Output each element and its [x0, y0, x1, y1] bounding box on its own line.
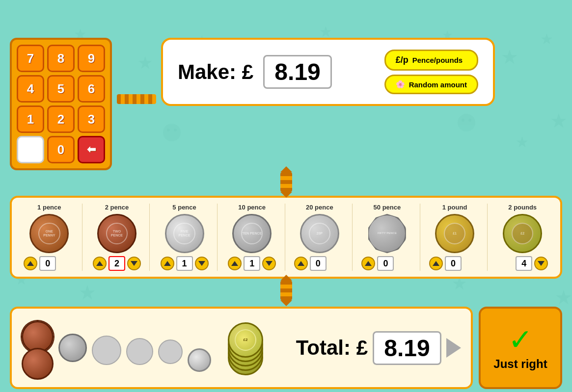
coin-img-50p[interactable]: FIFTY PENCE — [367, 214, 407, 253]
total-label: Total: £ — [296, 336, 368, 360]
10p-coin-display — [58, 334, 87, 362]
coin-label-2lb: 2 pounds — [508, 204, 537, 211]
stepper-50p-up[interactable] — [361, 257, 375, 270]
stepper-val-20p: 0 — [310, 256, 327, 271]
num-empty — [17, 136, 44, 163]
pound-icon: £ — [324, 10, 329, 21]
stepper-20p-up[interactable] — [294, 257, 308, 270]
5p-coin-display — [188, 348, 211, 372]
stepper-val-50p: 0 — [377, 256, 394, 271]
stepper-val-1p: 0 — [39, 256, 56, 271]
coin-label-20p: 20 pence — [306, 204, 333, 211]
num-4-button[interactable]: 4 — [17, 75, 44, 103]
bottom-section: £2 Total: £ 8.19 ✓ Just right — [10, 307, 562, 389]
stepper-5p-up[interactable] — [161, 257, 174, 270]
coin-col-1lb: 1 pound £1 0 — [422, 204, 488, 271]
2p-coin-2 — [22, 348, 54, 380]
stepper-val-1lb: 0 — [445, 256, 462, 271]
dollar-icon: $ — [414, 10, 420, 21]
currency-eu-button[interactable]: € European euros & cents — [491, 3, 567, 27]
coin-img-2lb[interactable]: £2 — [503, 214, 542, 253]
coins-panel: 1 pence ONE PENNY 0 2 pence TWO PENCE — [10, 196, 562, 279]
random-label: Random amount — [409, 80, 467, 89]
stepper-val-2lb: 4 — [516, 256, 532, 271]
top-bar: Money addition 🔄 Reset 🔤 Mode £ United K… — [0, 0, 572, 30]
stepper-10p-up[interactable] — [228, 257, 242, 270]
num-7-button[interactable]: 7 — [17, 45, 44, 72]
coin-col-5p: 5 pence FIVE PENCE 1 — [152, 204, 218, 271]
coin-img-10p[interactable]: TEN PENCE — [232, 214, 272, 253]
checkmark-icon: ✓ — [508, 325, 533, 355]
flower-icon: 🌸 — [396, 80, 405, 89]
section-connector-top — [10, 174, 562, 192]
num-3-button[interactable]: 3 — [78, 105, 105, 133]
stepper-10p: 1 — [228, 256, 276, 271]
coin-label-1p: 1 pence — [37, 204, 61, 211]
just-right-text: Just right — [493, 357, 547, 371]
stepper-50p: 0 — [361, 256, 412, 271]
empty-slot-3 — [158, 340, 183, 364]
stepper-1lb-up[interactable] — [429, 257, 443, 270]
stepper-20p: 0 — [294, 256, 345, 271]
num-9-button[interactable]: 9 — [78, 45, 105, 72]
coin-img-1lb[interactable]: £1 — [435, 214, 474, 253]
coin-col-1p: 1 pence ONE PENNY 0 — [17, 204, 82, 271]
coin-label-50p: 50 pence — [374, 204, 401, 211]
stepper-2p-up[interactable] — [93, 257, 107, 270]
num-2-button[interactable]: 2 — [47, 105, 75, 133]
num-5-button[interactable]: 5 — [47, 75, 75, 103]
currency-aus-button[interactable]: $ Australian dollars & cents — [405, 3, 486, 27]
total-value: 8.19 — [373, 331, 441, 365]
app-title: Money addition — [5, 6, 120, 25]
stepper-1lb: 0 — [429, 256, 480, 271]
pence-label: Pence/pounds — [412, 56, 463, 64]
middle-row: 7 8 9 4 5 6 1 2 3 0 ⬅ Make: £ 8.19 — [10, 38, 562, 170]
num-1-button[interactable]: 1 — [17, 105, 44, 133]
mode-button[interactable]: 🔤 Mode — [188, 6, 240, 25]
make-buttons: £/p Pence/pounds 🌸 Random amount — [384, 50, 478, 94]
stepper-val-10p: 1 — [244, 256, 260, 271]
mode-icon: 🔤 — [197, 11, 207, 20]
coin-img-20p[interactable]: 20P — [300, 214, 339, 253]
empty-slot-2 — [126, 338, 153, 365]
pence-pounds-button[interactable]: £/p Pence/pounds — [384, 50, 478, 71]
reset-button[interactable]: 🔄 Reset — [130, 6, 183, 25]
stepper-2p-down[interactable] — [127, 257, 141, 270]
just-right-panel: ✓ Just right — [479, 307, 562, 389]
coin-img-2p[interactable]: TWO PENCE — [97, 214, 136, 253]
coins-grid: 1 pence ONE PENNY 0 2 pence TWO PENCE — [17, 204, 555, 271]
stepper-1p-up[interactable] — [24, 257, 37, 270]
2lb-stack-display: £2 — [226, 322, 265, 374]
coin-col-2p: 2 pence TWO PENCE 2 — [84, 204, 150, 271]
backspace-button[interactable]: ⬅ — [78, 136, 105, 163]
coin-img-1p[interactable]: ONE PENNY — [29, 214, 69, 253]
coin-col-20p: 20 pence 20P 0 — [287, 204, 353, 271]
make-panel: Make: £ 8.19 £/p Pence/pounds 🌸 Random a… — [161, 38, 495, 106]
coin-label-2p: 2 pence — [105, 204, 129, 211]
euro-icon: € — [500, 10, 506, 21]
currency-uk-button[interactable]: £ United Kingdom pounds & pence — [314, 3, 400, 27]
reset-icon: 🔄 — [139, 11, 149, 20]
2p-stack-display — [22, 321, 54, 380]
coin-col-2lb: 2 pounds £2 4 — [490, 204, 555, 271]
num-0-button[interactable]: 0 — [47, 136, 75, 163]
pence-icon: £/p — [396, 55, 409, 65]
total-area: Total: £ 8.19 — [296, 331, 461, 365]
empty-slot-1 — [92, 336, 121, 365]
arrow-right-icon — [446, 338, 461, 358]
stepper-val-5p: 1 — [176, 256, 193, 271]
stepper-2lb-down[interactable] — [534, 257, 548, 270]
section-connector-bottom — [10, 283, 562, 300]
make-label: Make: £ — [178, 60, 253, 84]
stepper-5p-down[interactable] — [195, 257, 209, 270]
stepper-10p-down[interactable] — [262, 257, 276, 270]
num-6-button[interactable]: 6 — [78, 75, 105, 103]
num-8-button[interactable]: 8 — [47, 45, 75, 72]
stepper-val-2p: 2 — [109, 256, 125, 271]
random-amount-button[interactable]: 🌸 Random amount — [384, 75, 478, 94]
coin-img-5p[interactable]: FIVE PENCE — [165, 214, 204, 253]
rope-connector — [117, 94, 156, 104]
coin-label-1lb: 1 pound — [442, 204, 467, 211]
stepper-1p: 0 — [24, 256, 75, 271]
stepper-5p: 1 — [161, 256, 209, 271]
